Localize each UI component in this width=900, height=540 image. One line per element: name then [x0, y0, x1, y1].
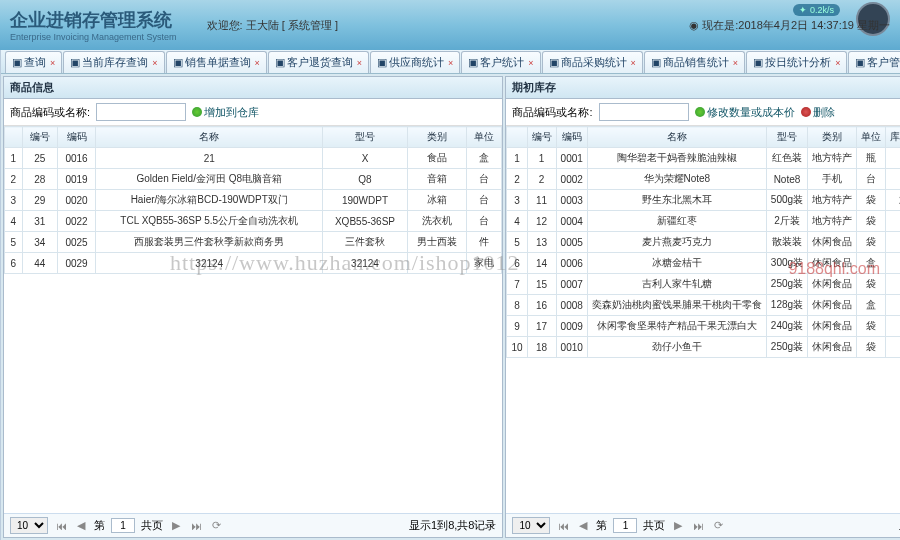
column-header[interactable]: 库存数量 — [886, 127, 900, 148]
column-header[interactable]: 编号 — [22, 127, 57, 148]
tab[interactable]: ▣查询× — [5, 51, 62, 73]
table-row[interactable]: 3110003野生东北黑木耳500g装地方特产袋2735¥23¥62905.00 — [507, 190, 900, 211]
tab[interactable]: ▣客户退货查询× — [268, 51, 369, 73]
tab-label: 查询 — [24, 55, 46, 70]
column-header[interactable]: 名称 — [96, 127, 323, 148]
tab-label: 销售单据查询 — [185, 55, 251, 70]
table-row[interactable]: 9170009休闲零食坚果特产精品干果无漂白大240g装休闲食品袋371¥20¥… — [507, 316, 900, 337]
prev-page-icon[interactable]: ◀ — [576, 519, 590, 533]
refresh-icon[interactable]: ⟳ — [209, 519, 223, 533]
column-header[interactable]: 编号 — [527, 127, 556, 148]
modify-button[interactable]: 修改数量或成本价 — [695, 105, 795, 120]
pager-right: 10 ⏮ ◀ 第共页 ▶ ⏭ ⟳ 显示1到10,共18记录 — [506, 513, 900, 537]
table-row[interactable]: 7150007吉利人家牛轧糖250g装休闲食品袋100¥1000 — [507, 274, 900, 295]
table-cell: Golden Field/金河田 Q8电脑音箱 — [96, 169, 323, 190]
delete-button[interactable]: 删除 — [801, 105, 835, 120]
close-icon[interactable]: × — [733, 58, 738, 68]
tab[interactable]: ▣当前库存查询× — [63, 51, 164, 73]
last-page-icon[interactable]: ⏭ — [691, 519, 705, 533]
next-page-icon[interactable]: ▶ — [169, 519, 183, 533]
table-cell: 袋 — [857, 337, 886, 358]
table-cell: 红色装 — [766, 148, 807, 169]
tab[interactable]: ▣销售单据查询× — [166, 51, 267, 73]
table-row[interactable]: 3290020Haier/海尔冰箱BCD-190WDPT双门190WDPT冰箱台 — [5, 190, 502, 211]
next-page-icon[interactable]: ▶ — [671, 519, 685, 533]
table-cell: 音箱 — [407, 169, 467, 190]
close-icon[interactable]: × — [50, 58, 55, 68]
column-header[interactable]: 型号 — [766, 127, 807, 148]
tab-icon: ▣ — [855, 56, 865, 69]
column-header[interactable]: 类别 — [407, 127, 467, 148]
page-size-select[interactable]: 10 — [10, 517, 48, 534]
table-row[interactable]: 10180010劲仔小鱼干250g装休闲食品袋9¥12¥108.00 — [507, 337, 900, 358]
table-cell: 250g装 — [766, 337, 807, 358]
column-header[interactable]: 类别 — [808, 127, 857, 148]
refresh-icon[interactable]: ⟳ — [711, 519, 725, 533]
table-cell: 44 — [22, 253, 57, 274]
table-row[interactable]: 64400293212432124家电 — [5, 253, 502, 274]
table-cell: 0008 — [556, 295, 587, 316]
close-icon[interactable]: × — [255, 58, 260, 68]
tab-bar: ▣查询×▣当前库存查询×▣销售单据查询×▣客户退货查询×▣供应商统计×▣客户统计… — [1, 50, 900, 74]
tab-icon: ▣ — [651, 56, 661, 69]
table-row[interactable]: 8160008奕森奶油桃肉蜜饯果脯果干桃肉干零食128g装休闲食品盒19:¥5.… — [507, 295, 900, 316]
page-input[interactable] — [111, 518, 135, 533]
table-cell: 休闲食品 — [808, 232, 857, 253]
table-row[interactable]: 2280019Golden Field/金河田 Q8电脑音箱Q8音箱台 — [5, 169, 502, 190]
table-row[interactable]: 110001陶华碧老干妈香辣脆油辣椒红色装地方特产瓶171¥6.34¥1084.… — [507, 148, 900, 169]
table-cell: 32124 — [323, 253, 407, 274]
prev-page-icon[interactable]: ◀ — [74, 519, 88, 533]
table-cell: 2 — [5, 169, 23, 190]
tab[interactable]: ▣按日统计分析× — [746, 51, 847, 73]
table-cell: 0022 — [58, 211, 96, 232]
stock-table: 编号编码名称型号类别单位库存数量成本价库存金额110001陶华碧老干妈香辣脆油辣… — [506, 126, 900, 358]
table-cell: Haier/海尔冰箱BCD-190WDPT双门 — [96, 190, 323, 211]
page-size-select[interactable]: 10 — [512, 517, 550, 534]
close-icon[interactable]: × — [357, 58, 362, 68]
table-row[interactable]: 6140006冰糖金桔干300g装休闲食品盒¥4.95¥84.15 — [507, 253, 900, 274]
table-cell: 32124 — [96, 253, 323, 274]
table-row[interactable]: 220002华为荣耀Note8Note8手机台140¥1955.68¥27379… — [507, 169, 900, 190]
table-cell: 1 — [507, 148, 527, 169]
tab[interactable]: ▣客户管理× — [848, 51, 900, 73]
tab[interactable]: ▣客户统计× — [461, 51, 540, 73]
column-header[interactable]: 单位 — [857, 127, 886, 148]
add-to-warehouse-button[interactable]: 增加到仓库 — [192, 105, 259, 120]
last-page-icon[interactable]: ⏭ — [189, 519, 203, 533]
first-page-icon[interactable]: ⏮ — [556, 519, 570, 533]
column-header[interactable]: 单位 — [467, 127, 502, 148]
column-header[interactable]: 编码 — [556, 127, 587, 148]
column-header[interactable]: 名称 — [587, 127, 766, 148]
close-icon[interactable]: × — [152, 58, 157, 68]
close-icon[interactable]: × — [835, 58, 840, 68]
page-input[interactable] — [613, 518, 637, 533]
search-input-right[interactable] — [599, 103, 689, 121]
table-cell: 0029 — [58, 253, 96, 274]
table-cell: 野生东北黑木耳 — [587, 190, 766, 211]
column-header[interactable]: 编码 — [58, 127, 96, 148]
table-row[interactable]: 4120004新疆红枣2斤装地方特产袋315¥4095.00 — [507, 211, 900, 232]
close-icon[interactable]: × — [528, 58, 533, 68]
table-cell: 麦片燕麦巧克力 — [587, 232, 766, 253]
table-cell: 25 — [22, 148, 57, 169]
first-page-icon[interactable]: ⏮ — [54, 519, 68, 533]
column-header[interactable] — [5, 127, 23, 148]
table-row[interactable]: 5340025西服套装男三件套秋季新款商务男三件套秋男士西装件 — [5, 232, 502, 253]
table-cell: 3 — [507, 190, 527, 211]
tab[interactable]: ▣供应商统计× — [370, 51, 460, 73]
column-header[interactable]: 型号 — [323, 127, 407, 148]
table-row[interactable]: 125001621X食品盒 — [5, 148, 502, 169]
table-row[interactable]: 5130005麦片燕麦巧克力散装装休闲食品袋53¥8¥424.00 — [507, 232, 900, 253]
table-row[interactable]: 4310022TCL XQB55-36SP 5.5公斤全自动洗衣机XQB55-3… — [5, 211, 502, 232]
tab[interactable]: ▣商品采购统计× — [542, 51, 643, 73]
close-icon[interactable]: × — [631, 58, 636, 68]
table-cell: 休闲食品 — [808, 274, 857, 295]
close-icon[interactable]: × — [448, 58, 453, 68]
user-role: [ 系统管理 ] — [282, 19, 338, 31]
search-input-left[interactable] — [96, 103, 186, 121]
table-cell: 0001 — [556, 148, 587, 169]
table-cell: 11 — [527, 190, 556, 211]
table-cell: 5 — [507, 232, 527, 253]
tab[interactable]: ▣商品销售统计× — [644, 51, 745, 73]
column-header[interactable] — [507, 127, 527, 148]
